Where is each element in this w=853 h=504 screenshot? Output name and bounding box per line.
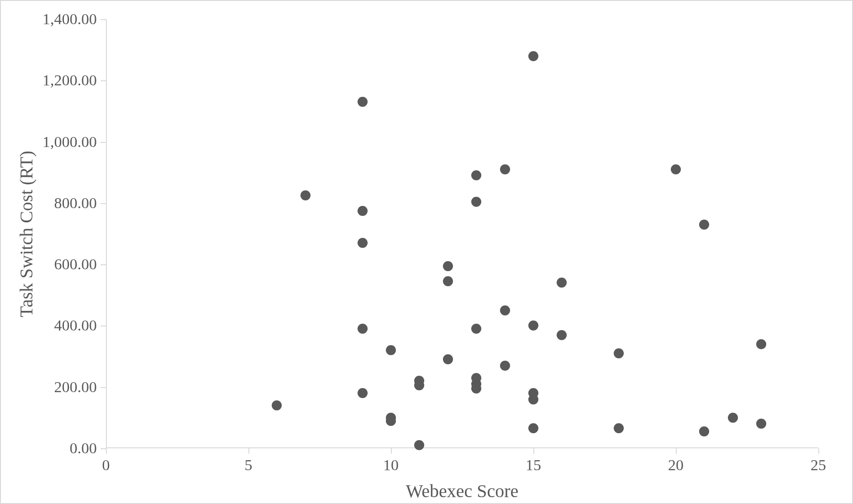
y-tick-label: 0.00 bbox=[70, 440, 106, 457]
data-point bbox=[671, 164, 681, 174]
x-axis-title: Webexec Score bbox=[106, 480, 818, 502]
data-point bbox=[358, 238, 368, 248]
data-point bbox=[500, 164, 510, 174]
data-point bbox=[699, 220, 709, 230]
y-axis-title-container: Task Switch Cost (RT) bbox=[15, 19, 37, 448]
data-point bbox=[528, 51, 538, 61]
data-point bbox=[500, 361, 510, 371]
data-point bbox=[528, 320, 538, 331]
y-tick-label: 1,400.00 bbox=[42, 10, 106, 28]
x-tick-label: 5 bbox=[245, 448, 253, 474]
data-point bbox=[471, 197, 481, 207]
data-point bbox=[500, 305, 510, 315]
chart-frame: Task Switch Cost (RT) 0.00200.00400.0060… bbox=[0, 0, 853, 504]
data-point bbox=[358, 206, 368, 216]
data-point bbox=[471, 324, 481, 334]
x-axis-line bbox=[106, 447, 818, 448]
y-tick-label: 600.00 bbox=[54, 256, 106, 273]
data-point bbox=[756, 339, 766, 349]
data-point bbox=[358, 324, 368, 334]
data-point bbox=[614, 348, 624, 358]
data-point bbox=[528, 394, 538, 404]
data-point bbox=[614, 423, 624, 433]
y-tick-label: 1,200.00 bbox=[42, 72, 106, 89]
data-point bbox=[443, 276, 453, 286]
data-point bbox=[699, 426, 709, 436]
data-point bbox=[471, 383, 481, 394]
data-point bbox=[728, 413, 738, 423]
plot-area: 0.00200.00400.00600.00800.001,000.001,20… bbox=[106, 19, 818, 448]
data-point bbox=[358, 388, 368, 398]
data-point bbox=[443, 354, 453, 364]
y-tick-label: 400.00 bbox=[54, 317, 106, 334]
data-point bbox=[386, 345, 396, 355]
data-point bbox=[528, 423, 538, 433]
data-point bbox=[557, 278, 567, 288]
data-point bbox=[443, 261, 453, 271]
data-point bbox=[300, 190, 311, 200]
data-point bbox=[414, 440, 424, 450]
y-axis-line bbox=[106, 19, 107, 448]
data-point bbox=[557, 330, 567, 340]
data-point bbox=[272, 400, 282, 410]
x-tick-label: 15 bbox=[526, 448, 541, 474]
data-point bbox=[756, 419, 766, 429]
x-tick-label: 10 bbox=[383, 448, 399, 474]
x-tick-label: 20 bbox=[668, 448, 684, 474]
data-point bbox=[471, 170, 481, 180]
data-point bbox=[386, 416, 396, 426]
y-axis-title: Task Switch Cost (RT) bbox=[16, 151, 37, 317]
y-tick-label: 1,000.00 bbox=[42, 133, 106, 151]
y-tick-label: 200.00 bbox=[54, 378, 106, 396]
x-tick-label: 0 bbox=[102, 448, 110, 474]
data-point bbox=[358, 97, 368, 107]
x-tick-label: 25 bbox=[811, 448, 826, 474]
y-tick-label: 800.00 bbox=[54, 194, 106, 212]
data-point bbox=[414, 380, 424, 390]
